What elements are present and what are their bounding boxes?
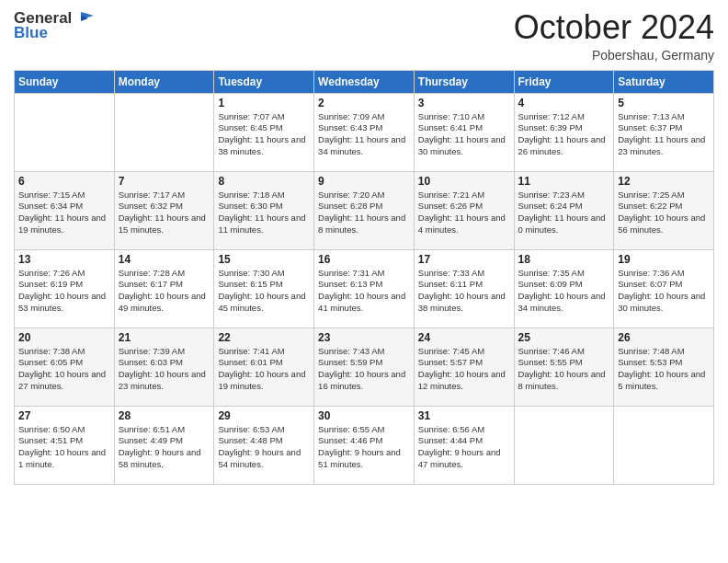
day-info: Sunrise: 7:25 AMSunset: 6:22 PMDaylight:… <box>618 190 705 235</box>
table-row <box>15 93 115 171</box>
day-number: 19 <box>618 253 710 266</box>
table-row: 23 Sunrise: 7:43 AMSunset: 5:59 PMDaylig… <box>314 327 415 406</box>
table-row: 26 Sunrise: 7:48 AMSunset: 5:53 PMDaylig… <box>614 327 714 406</box>
day-number: 31 <box>418 409 510 422</box>
table-row: 25 Sunrise: 7:46 AMSunset: 5:55 PMDaylig… <box>514 327 614 406</box>
day-number: 1 <box>218 97 310 109</box>
col-friday: Friday <box>514 70 614 93</box>
table-row: 1 Sunrise: 7:07 AMSunset: 6:45 PMDayligh… <box>214 93 314 171</box>
table-row: 16 Sunrise: 7:31 AMSunset: 6:13 PMDaylig… <box>314 249 415 327</box>
logo: General Blue <box>14 9 94 42</box>
table-row: 27 Sunrise: 6:50 AMSunset: 4:51 PMDaylig… <box>15 406 115 484</box>
day-info: Sunrise: 7:38 AMSunset: 6:05 PMDaylight:… <box>18 346 106 391</box>
col-saturday: Saturday <box>614 70 714 93</box>
table-row: 5 Sunrise: 7:13 AMSunset: 6:37 PMDayligh… <box>614 93 714 171</box>
table-row: 3 Sunrise: 7:10 AMSunset: 6:41 PMDayligh… <box>414 93 514 171</box>
table-row: 18 Sunrise: 7:35 AMSunset: 6:09 PMDaylig… <box>514 249 614 327</box>
day-info: Sunrise: 7:28 AMSunset: 6:17 PMDaylight:… <box>119 268 206 313</box>
day-number: 4 <box>518 97 610 109</box>
day-number: 29 <box>218 409 310 422</box>
table-row: 30 Sunrise: 6:55 AMSunset: 4:46 PMDaylig… <box>314 406 415 484</box>
calendar-table: Sunday Monday Tuesday Wednesday Thursday… <box>14 70 714 485</box>
day-number: 11 <box>518 175 610 188</box>
table-row: 28 Sunrise: 6:51 AMSunset: 4:49 PMDaylig… <box>114 406 214 484</box>
day-number: 7 <box>119 175 210 188</box>
header-row: Sunday Monday Tuesday Wednesday Thursday… <box>15 70 714 93</box>
day-info: Sunrise: 7:43 AMSunset: 5:59 PMDaylight:… <box>318 346 405 391</box>
table-row: 13 Sunrise: 7:26 AMSunset: 6:19 PMDaylig… <box>15 249 115 327</box>
day-info: Sunrise: 7:35 AMSunset: 6:09 PMDaylight:… <box>518 268 606 313</box>
day-number: 16 <box>318 253 410 266</box>
day-number: 13 <box>18 253 110 266</box>
day-number: 15 <box>218 253 310 266</box>
logo-blue-text: Blue <box>14 24 48 42</box>
table-row: 22 Sunrise: 7:41 AMSunset: 6:01 PMDaylig… <box>214 327 314 406</box>
day-number: 23 <box>318 331 410 344</box>
calendar-page: General Blue October 2024 Pobershau, Ger… <box>0 0 728 563</box>
day-number: 26 <box>618 331 710 344</box>
table-row: 21 Sunrise: 7:39 AMSunset: 6:03 PMDaylig… <box>114 327 214 406</box>
day-info: Sunrise: 6:55 AMSunset: 4:46 PMDaylight:… <box>318 424 401 469</box>
day-number: 9 <box>318 175 410 188</box>
day-number: 28 <box>119 409 210 422</box>
day-info: Sunrise: 7:18 AMSunset: 6:30 PMDaylight:… <box>218 190 305 235</box>
calendar-week-row: 13 Sunrise: 7:26 AMSunset: 6:19 PMDaylig… <box>15 249 714 327</box>
title-block: October 2024 Pobershau, Germany <box>514 9 714 63</box>
day-number: 12 <box>618 175 710 188</box>
table-row: 15 Sunrise: 7:30 AMSunset: 6:15 PMDaylig… <box>214 249 314 327</box>
table-row: 8 Sunrise: 7:18 AMSunset: 6:30 PMDayligh… <box>214 171 314 249</box>
day-info: Sunrise: 7:12 AMSunset: 6:39 PMDaylight:… <box>518 111 606 156</box>
day-info: Sunrise: 7:41 AMSunset: 6:01 PMDaylight:… <box>218 346 305 391</box>
table-row <box>514 406 614 484</box>
day-info: Sunrise: 6:50 AMSunset: 4:51 PMDaylight:… <box>18 424 106 469</box>
calendar-week-row: 27 Sunrise: 6:50 AMSunset: 4:51 PMDaylig… <box>15 406 714 484</box>
day-number: 5 <box>618 97 710 109</box>
table-row: 11 Sunrise: 7:23 AMSunset: 6:24 PMDaylig… <box>514 171 614 249</box>
day-info: Sunrise: 6:51 AMSunset: 4:49 PMDaylight:… <box>119 424 201 469</box>
table-row: 31 Sunrise: 6:56 AMSunset: 4:44 PMDaylig… <box>414 406 514 484</box>
day-number: 21 <box>119 331 210 344</box>
day-number: 14 <box>119 253 210 266</box>
day-info: Sunrise: 7:23 AMSunset: 6:24 PMDaylight:… <box>518 190 606 235</box>
day-number: 18 <box>518 253 610 266</box>
day-info: Sunrise: 7:10 AMSunset: 6:41 PMDaylight:… <box>418 111 506 156</box>
day-info: Sunrise: 7:33 AMSunset: 6:11 PMDaylight:… <box>418 268 506 313</box>
day-info: Sunrise: 7:45 AMSunset: 5:57 PMDaylight:… <box>418 346 506 391</box>
month-title: October 2024 <box>514 9 714 46</box>
location-subtitle: Pobershau, Germany <box>514 48 714 63</box>
col-thursday: Thursday <box>414 70 514 93</box>
day-number: 17 <box>418 253 510 266</box>
col-wednesday: Wednesday <box>314 70 415 93</box>
day-info: Sunrise: 7:26 AMSunset: 6:19 PMDaylight:… <box>18 268 106 313</box>
day-info: Sunrise: 7:07 AMSunset: 6:45 PMDaylight:… <box>218 111 305 156</box>
col-tuesday: Tuesday <box>214 70 314 93</box>
table-row: 29 Sunrise: 6:53 AMSunset: 4:48 PMDaylig… <box>214 406 314 484</box>
day-info: Sunrise: 7:39 AMSunset: 6:03 PMDaylight:… <box>119 346 206 391</box>
day-info: Sunrise: 6:56 AMSunset: 4:44 PMDaylight:… <box>418 424 501 469</box>
table-row: 20 Sunrise: 7:38 AMSunset: 6:05 PMDaylig… <box>15 327 115 406</box>
day-number: 8 <box>218 175 310 188</box>
logo-bird-icon <box>74 10 94 27</box>
day-info: Sunrise: 7:20 AMSunset: 6:28 PMDaylight:… <box>318 190 405 235</box>
day-info: Sunrise: 7:15 AMSunset: 6:34 PMDaylight:… <box>18 190 106 235</box>
table-row <box>114 93 214 171</box>
table-row: 9 Sunrise: 7:20 AMSunset: 6:28 PMDayligh… <box>314 171 415 249</box>
calendar-week-row: 6 Sunrise: 7:15 AMSunset: 6:34 PMDayligh… <box>15 171 714 249</box>
day-info: Sunrise: 7:30 AMSunset: 6:15 PMDaylight:… <box>218 268 305 313</box>
day-number: 3 <box>418 97 510 109</box>
day-info: Sunrise: 7:31 AMSunset: 6:13 PMDaylight:… <box>318 268 405 313</box>
day-info: Sunrise: 7:21 AMSunset: 6:26 PMDaylight:… <box>418 190 506 235</box>
day-info: Sunrise: 7:48 AMSunset: 5:53 PMDaylight:… <box>618 346 705 391</box>
table-row: 14 Sunrise: 7:28 AMSunset: 6:17 PMDaylig… <box>114 249 214 327</box>
table-row: 7 Sunrise: 7:17 AMSunset: 6:32 PMDayligh… <box>114 171 214 249</box>
day-info: Sunrise: 7:09 AMSunset: 6:43 PMDaylight:… <box>318 111 405 156</box>
table-row: 17 Sunrise: 7:33 AMSunset: 6:11 PMDaylig… <box>414 249 514 327</box>
day-info: Sunrise: 7:13 AMSunset: 6:37 PMDaylight:… <box>618 111 705 156</box>
col-monday: Monday <box>114 70 214 93</box>
day-info: Sunrise: 7:46 AMSunset: 5:55 PMDaylight:… <box>518 346 606 391</box>
calendar-week-row: 1 Sunrise: 7:07 AMSunset: 6:45 PMDayligh… <box>15 93 714 171</box>
table-row: 12 Sunrise: 7:25 AMSunset: 6:22 PMDaylig… <box>614 171 714 249</box>
header: General Blue October 2024 Pobershau, Ger… <box>14 9 714 63</box>
table-row: 24 Sunrise: 7:45 AMSunset: 5:57 PMDaylig… <box>414 327 514 406</box>
day-number: 10 <box>418 175 510 188</box>
